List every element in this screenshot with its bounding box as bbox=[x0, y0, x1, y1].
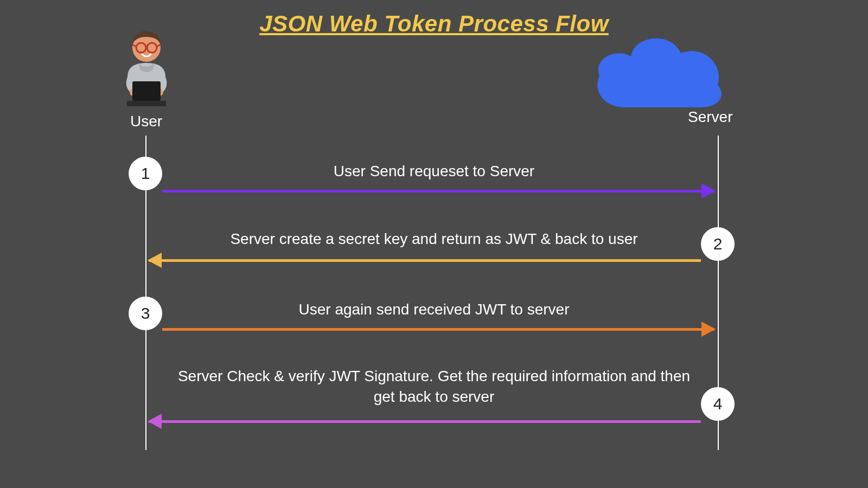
step-2-arrow bbox=[149, 259, 701, 262]
step-4-arrow bbox=[149, 420, 701, 423]
step-4-badge: 4 bbox=[701, 387, 735, 421]
cloud-icon bbox=[589, 26, 730, 120]
step-3-label: User again send received JWT to server bbox=[168, 301, 700, 318]
step-4-label: Server Check & verify JWT Signature. Get… bbox=[168, 366, 700, 407]
step-3-arrow bbox=[162, 328, 714, 331]
user-label: User bbox=[130, 113, 162, 130]
step-3-badge: 3 bbox=[129, 297, 162, 330]
user-icon bbox=[114, 27, 179, 108]
step-1-arrow bbox=[162, 190, 714, 192]
svg-rect-8 bbox=[132, 81, 161, 101]
step-1-label: User Send requeset to Server bbox=[168, 163, 700, 180]
step-2-label: Server create a secret key and return as… bbox=[168, 230, 700, 248]
svg-rect-9 bbox=[127, 101, 166, 106]
diagram-canvas: JSON Web Token Process Flow bbox=[0, 0, 868, 488]
step-2-badge: 2 bbox=[701, 227, 735, 261]
server-label: Server bbox=[688, 108, 732, 126]
step-1-badge: 1 bbox=[129, 157, 162, 190]
